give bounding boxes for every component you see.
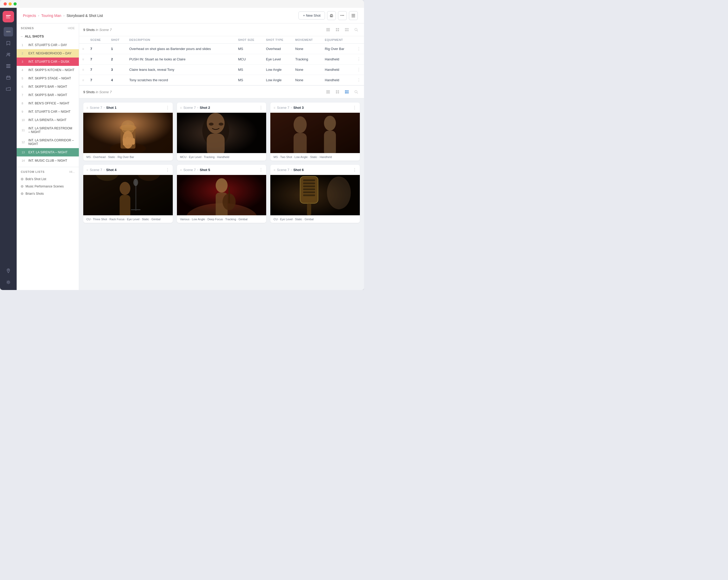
minimize-button[interactable] [8, 2, 12, 5]
new-shot-button[interactable]: + New Shot [298, 11, 325, 20]
col-movement: MOVEMENT [292, 36, 321, 44]
shot-card-header: ≡ Scene 7 › Shot 3 ⋮ [270, 103, 360, 113]
cards-view-rows[interactable] [324, 88, 332, 96]
svg-rect-21 [336, 30, 337, 31]
card-more-btn[interactable]: ⋮ [165, 105, 170, 110]
cards-view-grid2[interactable] [334, 88, 341, 96]
row-more-btn[interactable]: ⋮ [357, 68, 361, 72]
cell-shot: 2 [108, 54, 126, 65]
svg-rect-41 [346, 92, 347, 94]
breadcrumb-projects[interactable]: Projects [23, 14, 36, 18]
card-handle[interactable]: ≡ [86, 106, 88, 109]
breadcrumb-project[interactable]: Touring Man [42, 14, 61, 18]
print-button[interactable] [327, 11, 336, 20]
nav-icon-folder[interactable] [4, 84, 13, 94]
close-button[interactable] [4, 2, 7, 5]
list-view-button[interactable] [349, 11, 358, 20]
shot-card[interactable]: ≡ Scene 7 › Shot 5 ⋮ Various · Low Angle… [177, 165, 266, 223]
scene-item-10[interactable]: 10INT. LA SIRENITA – NIGHT [17, 116, 79, 124]
project-thumb-touring[interactable]: MAN [4, 27, 13, 36]
scene-item-5[interactable]: 5INT. SKIPP'S STAGE – NIGHT [17, 74, 79, 82]
card-image [270, 113, 360, 153]
shot-card-header: ≡ Scene 7 › Shot 4 ⋮ [83, 165, 173, 175]
cards-search-btn[interactable] [353, 88, 360, 96]
table-view-grid3[interactable] [343, 26, 350, 33]
card-more-btn[interactable]: ⋮ [259, 168, 263, 172]
all-shots-row[interactable]: – ALL SHOTS [17, 32, 79, 41]
svg-rect-34 [338, 90, 339, 92]
shot-card[interactable]: ≡ Scene 7 › Shot 4 ⋮ CU · Three Shot · R… [83, 165, 173, 223]
card-handle[interactable]: ≡ [86, 168, 88, 172]
more-actions-button[interactable]: ••• [338, 11, 347, 20]
table-view-grid2[interactable] [334, 26, 341, 33]
nav-icon-people[interactable] [4, 50, 13, 59]
custom-list-item[interactable]: Music Performance Scenes [21, 183, 75, 190]
scenes-panel-header: SCENES HIDE [17, 23, 79, 32]
drag-handle[interactable]: ≡ [82, 68, 84, 72]
card-more-btn[interactable]: ⋮ [353, 168, 357, 172]
maximize-button[interactable] [14, 2, 17, 5]
card-handle[interactable]: ≡ [180, 106, 182, 109]
nav-icon-bookmark[interactable] [4, 39, 13, 48]
svg-rect-15 [352, 17, 355, 17]
table-row[interactable]: ≡ 7 3 Claire leans back, reveal Tony MS … [79, 65, 364, 75]
scene-item-7[interactable]: 7INT. SKIPP'S BAR – NIGHT [17, 91, 79, 99]
shot-card[interactable]: ≡ Scene 7 › Shot 1 ⋮ MS · Overhead · Sta… [83, 103, 173, 160]
nav-icon-calendar[interactable] [4, 73, 13, 82]
card-more-btn[interactable]: ⋮ [259, 105, 263, 110]
breadcrumb: Projects › Touring Man › Storyboard & Sh… [23, 14, 103, 18]
shot-card[interactable]: ≡ Scene 7 › Shot 2 ⋮ MCU · Eye Level · T… [177, 103, 266, 160]
scene-item-13[interactable]: 13EXT. LA SIRENITA – NIGHT [17, 148, 79, 156]
app-logo[interactable] [3, 11, 14, 22]
table-row[interactable]: ≡ 7 1 Overhead on shot glass as Bartende… [79, 44, 364, 54]
scene-item-9[interactable]: 9INT. STUART'S CAR – NIGHT [17, 107, 79, 116]
scene-item-11[interactable]: 11INT. LA SIRENITA RESTROOM – NIGHT [17, 124, 79, 136]
table-row[interactable]: ≡ 7 4 Tony scratches the record MS Low A… [79, 75, 364, 85]
scene-item-6[interactable]: 6INT. SKIPP'S BAR – NIGHT [17, 82, 79, 91]
drag-handle[interactable]: ≡ [82, 57, 84, 61]
card-handle[interactable]: ≡ [274, 168, 275, 172]
scene-item-2[interactable]: 2EXT. NEIGHBORHOOD – DAY [17, 49, 79, 57]
scene-item-12[interactable]: 12INT. LA SIRENITA CORRIDOR – NIGHT [17, 136, 79, 148]
table-row[interactable]: ≡ 7 2 PUSH IN: Stuart as he looks at Cla… [79, 54, 364, 65]
svg-rect-32 [326, 93, 330, 94]
cell-scene: 7 [87, 75, 108, 85]
shot-card[interactable]: ≡ Scene 7 › Shot 6 ⋮ CU · Eye Leve [270, 165, 360, 223]
custom-list-item[interactable]: Bob's Shot List [21, 175, 75, 183]
nav-icon-settings[interactable] [4, 278, 13, 287]
scene-name: INT. SKIPP'S BAR – NIGHT [28, 85, 67, 89]
custom-list-item[interactable]: Brian's Shots [21, 190, 75, 197]
drag-handle[interactable]: ≡ [82, 78, 84, 82]
svg-rect-6 [6, 66, 10, 67]
card-handle[interactable]: ≡ [274, 106, 275, 109]
drag-handle[interactable]: ≡ [82, 47, 84, 51]
scene-item-1[interactable]: 1INT. STUART'S CAR – DAY [17, 41, 79, 49]
card-shot: Shot 4 [106, 168, 116, 172]
table-search-btn[interactable] [353, 26, 360, 33]
table-view-rows[interactable] [324, 26, 332, 33]
row-more-btn[interactable]: ⋮ [357, 47, 361, 51]
card-more-btn[interactable]: ⋮ [165, 168, 170, 172]
scene-item-3[interactable]: 3INT. STUART'S CAR – DUSK [17, 57, 79, 66]
cell-movement: None [292, 65, 321, 75]
cards-view-grid3[interactable] [343, 88, 350, 96]
card-more-btn[interactable]: ⋮ [353, 105, 357, 110]
row-more-btn[interactable]: ⋮ [357, 57, 361, 61]
svg-rect-36 [338, 92, 339, 94]
scene-name: INT. STUART'S CAR – DUSK [28, 60, 70, 64]
scene-num: 13 [22, 151, 26, 154]
scenes-hide-btn[interactable]: HIDE [68, 27, 75, 30]
scene-item-8[interactable]: 8INT. BEN'S OFFICE – NIGHT [17, 99, 79, 107]
cell-description: Overhead on shot glass as Bartender pour… [126, 44, 235, 54]
card-handle[interactable]: ≡ [180, 168, 182, 172]
shot-card-header: ≡ Scene 7 › Shot 5 ⋮ [177, 165, 266, 175]
card-chevron: › [291, 106, 292, 109]
scene-item-14[interactable]: 14INT. MUSIC CLUB – NIGHT [17, 156, 79, 165]
row-more-btn[interactable]: ⋮ [357, 78, 361, 82]
shot-card[interactable]: ≡ Scene 7 › Shot 3 ⋮ MS · Two Shot · Low… [270, 103, 360, 160]
nav-icon-list[interactable] [4, 61, 13, 71]
nav-icon-pin[interactable] [4, 266, 13, 275]
card-shot: Shot 5 [200, 168, 210, 172]
custom-lists-hide-btn[interactable]: HI... [70, 170, 75, 173]
scene-item-4[interactable]: 4INT. SKIPP'S KITCHEN – NIGHT [17, 66, 79, 74]
